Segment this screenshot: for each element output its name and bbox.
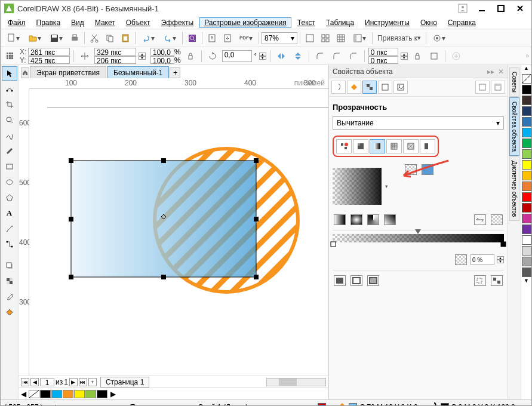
zoom-level[interactable]: 87%▾ [262,32,297,44]
width-field[interactable]: 329 пкс [94,48,136,56]
proof-icon[interactable] [318,403,326,407]
menu-table[interactable]: Таблица [321,17,359,28]
bitmap-tab[interactable] [393,81,408,94]
eyedropper-tool[interactable] [2,290,17,304]
palette-prev[interactable]: ◀ [21,390,26,398]
no-color[interactable] [29,390,39,398]
palette-next[interactable]: ▶ [110,390,116,398]
tab-welcome[interactable]: Экран приветствия [30,66,106,78]
crop-tool[interactable] [2,97,17,112]
grid2-button[interactable] [334,31,348,45]
page-add[interactable]: + [88,378,97,386]
x-pos[interactable]: 261 пкс [28,48,70,56]
tabs-home-icon[interactable] [21,67,29,78]
page-tab[interactable]: Страница 1 [100,377,149,387]
fullscreen-button[interactable] [303,31,317,45]
page-next[interactable]: ▶ [69,378,78,386]
type-texture[interactable] [420,139,435,153]
apply-outline[interactable] [350,275,362,286]
relative-corner[interactable] [427,49,441,63]
menu-tools[interactable]: Инструменты [360,17,414,28]
node-trans[interactable] [455,254,467,265]
grid1-button[interactable] [318,31,333,45]
open-button[interactable]: ▾ [24,31,45,45]
corner-round-icon[interactable] [313,49,327,63]
export-button[interactable] [220,31,235,45]
shape-tool[interactable] [2,82,17,96]
menu-file[interactable]: Файл [3,17,30,28]
scale-x[interactable]: 100,0 [150,48,174,56]
page-prev[interactable]: ◀ [30,378,39,386]
grad-radial[interactable] [350,214,362,225]
menu-window[interactable]: Окно [416,17,442,28]
pdf-button[interactable]: PDF▾ [236,31,256,45]
freehand-tool[interactable] [2,128,17,143]
y-pos[interactable]: 425 пкс [28,56,70,64]
connector-tool[interactable] [2,237,17,251]
corner-scallop-icon[interactable] [330,49,344,63]
panel-undock[interactable]: ▸▸ [487,67,494,76]
corner-chamfer-icon[interactable] [346,49,361,63]
view-mode-1[interactable] [475,81,490,94]
preview-dropdown[interactable]: ▾ [385,183,388,189]
drop-shadow-tool[interactable] [2,259,17,273]
grad-reverse[interactable] [474,214,486,225]
maximize-button[interactable] [493,2,509,14]
paste-button[interactable] [118,31,133,45]
grad-opt[interactable] [491,214,503,225]
undo-button[interactable]: ▾ [138,31,158,45]
swatch[interactable] [85,390,96,398]
new-button[interactable]: ▾ [3,31,23,45]
swatch[interactable] [97,390,107,398]
frame-tab[interactable] [378,81,392,94]
rotation-field[interactable]: 0,0 [222,50,252,62]
swatch[interactable] [74,390,85,398]
scale-y[interactable]: 100,0 [150,56,174,64]
search-button[interactable] [185,31,199,45]
parallel-dim-tool[interactable] [2,222,17,236]
origin-icon[interactable] [3,49,17,63]
apply-fill[interactable] [334,275,346,286]
gradient-preview[interactable] [333,168,382,205]
mirror-h-button[interactable] [274,49,288,63]
copy-trans[interactable] [474,275,486,286]
minimize-button[interactable] [474,2,490,14]
palette-up[interactable]: ▲ [521,65,531,73]
side-props[interactable]: Свойства объекта [509,97,519,156]
canvas[interactable] [29,89,328,376]
artistic-media-tool[interactable] [2,144,17,158]
corner-2[interactable]: 0 пкс [368,56,398,64]
status-next[interactable]: ▶ [55,403,60,407]
lock-ratio[interactable] [183,49,198,63]
snap-button[interactable]: Привязать к ▾ [375,31,423,45]
menu-bitmaps[interactable]: Растровые изображения [199,17,291,28]
grad-conical[interactable] [367,214,379,225]
edit-trans[interactable] [491,275,503,286]
ellipse-tool[interactable] [2,175,17,189]
add-button[interactable] [449,49,463,63]
fill-icon[interactable] [338,402,346,406]
outline-icon[interactable] [430,402,438,406]
tab-document[interactable]: Безымянный-1 [107,66,169,78]
fill-tool[interactable] [2,305,17,319]
fill-tab[interactable] [347,81,361,94]
outline-swatch[interactable] [441,403,449,407]
text-tool[interactable]: A [2,206,17,220]
user-icon[interactable] [455,2,471,14]
side-tips[interactable]: Советы [509,67,519,97]
opacity-field[interactable] [471,254,494,265]
rectangle-tool[interactable] [2,159,17,174]
import-button[interactable] [205,31,219,45]
palette-down[interactable]: ▼ [521,278,531,286]
fill-swatch[interactable] [349,403,357,407]
swatch[interactable] [63,390,73,398]
menu-view[interactable]: Вид [66,17,89,28]
cut-button[interactable] [87,31,102,45]
transparency-tool[interactable] [2,274,17,288]
dockers-button[interactable]: ▾ [349,31,370,45]
copy-button[interactable] [103,31,117,45]
zoom-tool[interactable] [2,113,17,127]
type-fountain[interactable] [370,139,385,153]
height-field[interactable]: 206 пкс [94,56,136,64]
save-button[interactable]: ▾ [46,31,66,45]
